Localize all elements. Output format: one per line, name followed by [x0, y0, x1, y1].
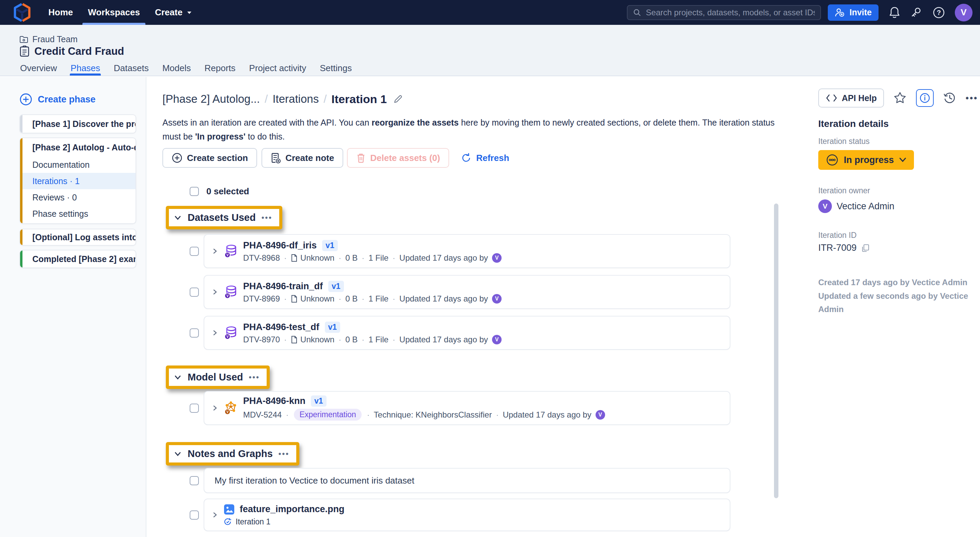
asset-title[interactable]: feature_importance.png [240, 504, 345, 515]
sidebar-item-phase-settings[interactable]: Phase settings [20, 205, 135, 222]
note-plus-icon [271, 152, 281, 164]
notes-rows: My first iteration to Vectice to documen… [190, 468, 730, 531]
create-section-button[interactable]: Create section [162, 148, 257, 168]
dataset-card[interactable]: V PHA-8496-train_df v1 DTV-8969 · Unknow… [204, 275, 730, 309]
plus-circle-icon [172, 153, 183, 164]
iteration-id-value: ITR-7009 [818, 243, 857, 253]
star-icon[interactable] [893, 92, 907, 105]
copy-icon[interactable] [861, 243, 870, 253]
model-card[interactable]: V PHA-8496-knn v1 MDV-5244 · Experimenta… [204, 391, 730, 425]
tab-settings[interactable]: Settings [319, 60, 352, 76]
asset-title[interactable]: PHA-8496-knn [243, 396, 305, 406]
phase-card-1[interactable]: [Phase 1] Discover the proje... [19, 114, 136, 133]
notifications-bell-icon[interactable] [889, 6, 900, 19]
global-search[interactable] [627, 5, 821, 20]
chevron-right-icon[interactable] [212, 511, 218, 519]
chevron-down-icon[interactable] [173, 373, 182, 381]
tab-datasets[interactable]: Datasets [113, 60, 150, 76]
invite-button[interactable]: Invite [828, 5, 878, 21]
nav-item-home[interactable]: Home [41, 0, 80, 25]
asset-title[interactable]: PHA-8496-df_iris [243, 240, 317, 251]
notes-section-header: Notes and Graphs ••• [169, 445, 296, 462]
dataset-row: V PHA-8496-test_df v1 DTV-8970 · Unknown [190, 316, 730, 350]
asset-title[interactable]: PHA-8496-test_df [243, 322, 320, 332]
tab-project-activity[interactable]: Project activity [248, 60, 307, 76]
asset-meta: DTV-8970 · Unknown · 0 B · 1 File · Upda… [243, 335, 501, 345]
tab-models[interactable]: Models [162, 60, 192, 76]
create-section-label: Create section [187, 153, 248, 164]
vectice-logo-icon[interactable] [11, 3, 33, 22]
trash-icon [356, 153, 366, 164]
dataset-card[interactable]: V PHA-8496-test_df v1 DTV-8970 · Unknown [204, 316, 730, 350]
chevron-down-icon[interactable] [173, 450, 182, 458]
version-badge[interactable]: v1 [311, 396, 326, 407]
version-badge[interactable]: v1 [325, 322, 340, 333]
asset-type: Unknown [300, 335, 334, 345]
tab-reports[interactable]: Reports [204, 60, 236, 76]
refresh-icon [461, 153, 472, 164]
version-badge[interactable]: v1 [322, 240, 338, 251]
version-badge[interactable]: v1 [328, 281, 344, 292]
row-checkbox[interactable] [190, 328, 199, 338]
more-options-icon[interactable]: ••• [966, 93, 978, 103]
refresh-button[interactable]: Refresh [461, 153, 509, 164]
chevron-right-icon[interactable] [212, 329, 218, 337]
row-checkbox[interactable] [190, 510, 199, 520]
chevron-down-icon[interactable] [173, 214, 182, 222]
nav-item-create[interactable]: Create [148, 0, 200, 25]
dataset-row: V PHA-8496-train_df v1 DTV-8969 · Unknow… [190, 275, 730, 309]
create-note-button[interactable]: Create note [261, 148, 343, 168]
row-checkbox[interactable] [190, 404, 199, 413]
model-section-highlight: Model Used ••• [166, 365, 270, 389]
api-help-button[interactable]: API Help [818, 89, 884, 108]
phase-status-bar [20, 138, 22, 223]
avatar: V [595, 410, 605, 419]
asset-size: 0 B [345, 294, 358, 303]
row-checkbox[interactable] [190, 247, 199, 256]
help-icon[interactable]: ? [932, 6, 945, 19]
section-menu-icon[interactable]: ••• [249, 373, 260, 382]
phase-card-2-header[interactable]: [Phase 2] Autolog - Auto-do... [20, 138, 135, 157]
section-menu-icon[interactable]: ••• [278, 450, 290, 458]
edit-pencil-icon[interactable] [393, 94, 403, 104]
chevron-right-icon[interactable] [212, 248, 218, 255]
breadcrumb-phase[interactable]: [Phase 2] Autolog... [162, 92, 260, 105]
row-checkbox[interactable] [190, 476, 199, 485]
row-checkbox[interactable] [190, 288, 199, 297]
create-phase-button[interactable]: Create phase [19, 92, 146, 106]
tab-overview[interactable]: Overview [19, 60, 57, 76]
dataset-row: V PHA-8496-df_iris v1 DTV-8968 · Unknown [190, 234, 730, 268]
sidebar-item-iterations[interactable]: Iterations · 1 [20, 173, 135, 189]
asset-updated: Updated 17 days ago by [399, 253, 488, 263]
dot-separator: · [362, 294, 364, 303]
chevron-right-icon[interactable] [212, 404, 218, 412]
phase-card-3[interactable]: [Optional] Log assets into v... [19, 229, 136, 246]
breadcrumb-iterations[interactable]: Iterations [272, 92, 319, 105]
user-avatar[interactable]: V [955, 4, 972, 21]
select-all-checkbox[interactable] [190, 187, 199, 196]
sidebar-item-documentation[interactable]: Documentation [20, 157, 135, 173]
asset-size: 0 B [345, 253, 358, 263]
workspace-breadcrumb[interactable]: Fraud Team [19, 34, 78, 44]
nav-item-workspaces[interactable]: Workspaces [80, 0, 148, 25]
chevron-down-icon [899, 157, 907, 163]
dot-separator: · [286, 410, 288, 419]
delete-assets-button[interactable]: Delete assets (0) [347, 148, 449, 168]
phase-card-4[interactable]: Completed [Phase 2] example [19, 250, 136, 268]
search-input[interactable] [646, 8, 815, 17]
history-icon[interactable] [943, 91, 956, 105]
info-icon[interactable] [916, 89, 934, 107]
status-dropdown[interactable]: In progress [818, 150, 914, 170]
note-card[interactable]: My first iteration to Vectice to documen… [204, 468, 730, 493]
vertical-scrollbar[interactable] [774, 203, 778, 498]
dataset-card[interactable]: V PHA-8496-df_iris v1 DTV-8968 · Unknown [204, 234, 730, 268]
tab-phases[interactable]: Phases [70, 60, 101, 76]
sidebar-item-reviews[interactable]: Reviews · 0 [20, 189, 135, 205]
chevron-right-icon[interactable] [212, 288, 218, 296]
section-menu-icon[interactable]: ••• [261, 213, 272, 222]
api-key-icon[interactable] [910, 7, 922, 18]
asset-title[interactable]: PHA-8496-train_df [243, 281, 323, 292]
phase-label: Completed [Phase 2] example [32, 254, 136, 264]
description-bold: reorganize the assets [372, 118, 459, 127]
graph-card[interactable]: feature_importance.png Iteration 1 [204, 499, 730, 531]
